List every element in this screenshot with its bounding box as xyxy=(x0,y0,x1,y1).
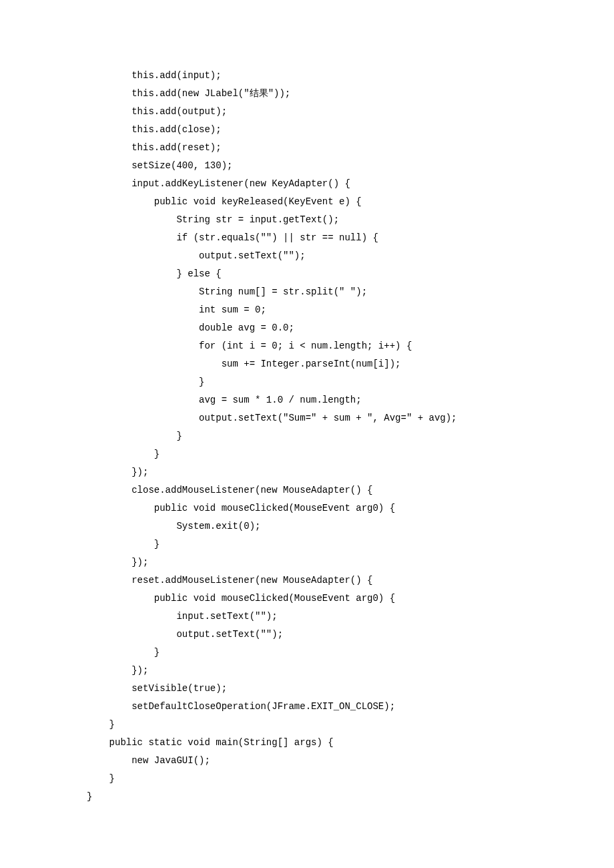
code-block: this.add(input); this.add(new JLabel("结果… xyxy=(0,0,614,806)
